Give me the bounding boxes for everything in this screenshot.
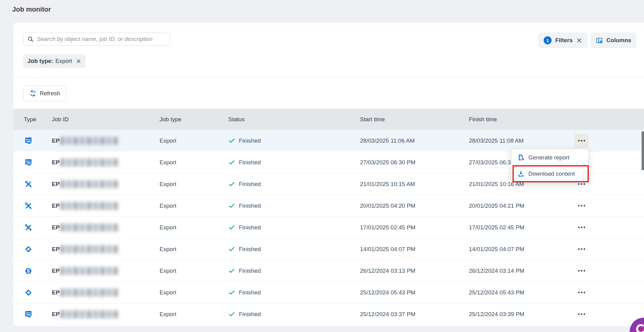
status-text: Finished	[239, 181, 261, 188]
filter-chip-job-type[interactable]: Job type: Export	[23, 54, 85, 68]
start-time-cell: 17/01/2025 02:45 PM	[360, 217, 416, 238]
status-cell: Finished	[228, 151, 261, 173]
check-icon	[228, 181, 235, 188]
table-row[interactable]: EP Export Finished 20/01/2025 04:20 PM 2…	[13, 195, 644, 217]
table-row[interactable]: EP Export Finished 25/12/2024 05:43 PM 2…	[13, 282, 644, 303]
status-text: Finished	[239, 202, 261, 209]
job-monitor-panel: 1 Filters Columns Job type: Export Refre…	[13, 23, 644, 326]
swirl-icon	[634, 322, 644, 332]
status-cell: Finished	[228, 130, 261, 151]
job-id-prefix: EP	[52, 137, 59, 144]
job-id-cell: EP	[52, 130, 118, 151]
columns-button-label: Columns	[606, 37, 631, 44]
clear-filters-icon[interactable]	[576, 38, 582, 43]
job-type-cell: Export	[160, 217, 176, 238]
finish-time-cell: 25/12/2024 03:39 PM	[469, 303, 524, 325]
job-id-cell: EP	[52, 173, 118, 195]
job-id-prefix: EP	[52, 246, 59, 253]
table-header: Type Job ID Job type Status Start time F…	[13, 109, 644, 130]
job-id-redacted	[60, 289, 118, 297]
job-id-prefix: EP	[52, 181, 59, 188]
row-actions-button[interactable]	[574, 264, 588, 278]
status-cell: Finished	[228, 217, 261, 238]
table-row[interactable]: EP Export Finished 26/12/2024 03:13 PM 2…	[13, 260, 644, 282]
job-type-cell: Export	[160, 260, 176, 282]
job-id-prefix: EP	[52, 202, 59, 209]
start-time-cell: 25/12/2024 03:37 PM	[360, 303, 416, 325]
start-time-cell: 21/01/2025 10:15 AM	[360, 173, 415, 195]
job-id-redacted	[60, 310, 118, 318]
row-actions-button[interactable]	[574, 242, 588, 256]
check-icon	[228, 311, 235, 318]
job-id-redacted	[60, 202, 118, 210]
status-cell: Finished	[228, 173, 261, 195]
start-time-cell: 20/01/2025 04:20 PM	[360, 195, 416, 217]
check-icon	[228, 159, 235, 166]
job-id-cell: EP	[52, 282, 118, 303]
row-actions-button[interactable]	[574, 307, 588, 321]
toolbar-divider	[13, 77, 644, 78]
filter-chip-label: Job type:	[27, 58, 53, 64]
refresh-button[interactable]: Refresh	[23, 86, 66, 101]
menu-item-label: Download content	[528, 170, 575, 177]
finish-time-cell: 20/01/2025 04:21 PM	[469, 195, 524, 217]
table-row[interactable]: EP Export Finished 25/12/2024 03:37 PM 2…	[13, 303, 644, 325]
status-text: Finished	[239, 289, 261, 296]
status-text: Finished	[239, 311, 261, 318]
row-actions-button[interactable]	[574, 286, 588, 299]
job-type-cell: Export	[160, 151, 176, 173]
job-id-cell: EP	[52, 151, 118, 173]
table-row[interactable]: EP Export Finished 17/01/2025 02:45 PM 1…	[13, 217, 644, 238]
columns-icon	[596, 37, 603, 44]
menu-item-download-content[interactable]: Download content	[512, 166, 588, 182]
refresh-icon	[30, 90, 36, 97]
column-header-finish-time: Finish time	[469, 109, 497, 130]
job-id-cell: EP	[52, 217, 118, 238]
row-actions-button[interactable]	[574, 221, 588, 234]
filters-button-label: Filters	[555, 37, 573, 44]
status-text: Finished	[239, 246, 261, 253]
job-id-prefix: EP	[52, 224, 59, 231]
row-actions-button[interactable]	[574, 134, 588, 148]
status-text: Finished	[239, 268, 261, 274]
job-id-redacted	[60, 267, 118, 275]
finish-time-cell: 25/12/2024 05:43 PM	[469, 282, 524, 303]
columns-button[interactable]: Columns	[591, 33, 636, 48]
server-cloud-icon	[24, 303, 33, 325]
status-text: Finished	[239, 159, 261, 166]
search-input[interactable]	[37, 36, 166, 42]
finish-time-cell: 28/03/2025 11:08 AM	[469, 130, 523, 151]
check-icon	[228, 224, 235, 231]
remove-chip-icon[interactable]	[76, 59, 81, 64]
column-header-job-type: Job type	[160, 109, 182, 130]
refresh-button-label: Refresh	[40, 90, 60, 97]
job-type-cell: Export	[160, 238, 176, 260]
download-icon	[517, 170, 524, 177]
vertical-scrollbar-thumb[interactable]	[642, 131, 644, 170]
menu-item-label: Generate report	[528, 154, 569, 161]
table-row[interactable]: EP Export Finished 28/03/2025 11:06 AM 2…	[13, 130, 644, 151]
search-box	[23, 33, 170, 46]
server-cloud-icon	[24, 130, 33, 151]
tools-icon	[24, 173, 33, 195]
diamond-icon	[24, 238, 33, 260]
job-id-cell: EP	[52, 303, 118, 325]
menu-item-generate-report[interactable]: Generate report	[512, 149, 588, 166]
check-icon	[228, 289, 235, 296]
job-type-cell: Export	[160, 173, 176, 195]
filters-button[interactable]: 1 Filters	[538, 33, 587, 48]
row-actions-button[interactable]	[574, 199, 588, 213]
start-time-cell: 25/12/2024 05:43 PM	[360, 282, 416, 303]
hexagon-doc-icon	[24, 260, 33, 282]
check-icon	[228, 137, 235, 144]
job-type-cell: Export	[160, 130, 176, 151]
generate-report-icon	[517, 154, 524, 161]
table-row[interactable]: EP Export Finished 14/01/2025 04:07 PM 1…	[13, 238, 644, 260]
filter-chip-value: Export	[55, 58, 72, 64]
status-cell: Finished	[228, 260, 261, 282]
jobs-table: Type Job ID Job type Status Start time F…	[13, 109, 644, 325]
row-actions-menu: Generate reportDownload content	[511, 149, 588, 182]
column-header-start-time: Start time	[360, 109, 385, 130]
job-id-prefix: EP	[52, 268, 59, 274]
status-text: Finished	[239, 137, 261, 144]
